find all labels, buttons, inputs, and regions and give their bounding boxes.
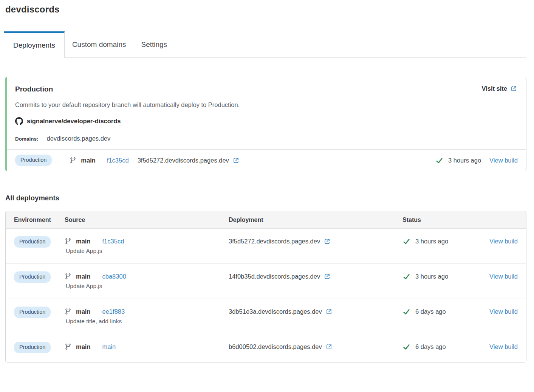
- pages-project-page: devdiscords Deployments Custom domains S…: [0, 4, 534, 363]
- view-build-link[interactable]: View build: [489, 273, 518, 280]
- deployment-url: 14f0b35d.devdiscords.pages.dev: [229, 273, 320, 280]
- table-row: Production main f1c35cd Update App.js 3f…: [6, 229, 526, 263]
- git-branch-icon: [70, 157, 76, 164]
- deployment-time: 3 hours ago: [415, 238, 448, 245]
- branch-name: main: [76, 273, 91, 280]
- deployment-url-link[interactable]: 3f5d5272.devdiscords.pages.dev: [138, 157, 239, 164]
- table-row: Production main ee1f883 Update title, ad…: [6, 299, 526, 334]
- git-branch-icon: [65, 238, 71, 245]
- domains-value: devdiscords.pages.dev: [47, 135, 111, 142]
- visit-site-label: Visit site: [481, 85, 507, 92]
- success-check-icon: [402, 343, 410, 351]
- success-check-icon: [402, 273, 410, 280]
- table-header-row: Environment Source Deployment Status: [6, 211, 526, 229]
- production-card: Production Visit site Commits to your de…: [5, 77, 526, 171]
- view-build-link[interactable]: View build: [489, 238, 518, 245]
- external-link-icon: [326, 308, 332, 315]
- deployment-time: 3 hours ago: [415, 273, 448, 280]
- environment-badge: Production: [15, 155, 52, 166]
- environment-badge: Production: [14, 236, 51, 248]
- branch-name: main: [81, 157, 96, 164]
- commit-message: Update title, add links: [65, 318, 229, 325]
- commit-link[interactable]: ee1f883: [102, 308, 125, 315]
- commit-link[interactable]: f1c35cd: [102, 238, 124, 245]
- tab-custom-domains[interactable]: Custom domains: [65, 31, 134, 57]
- github-repo-link[interactable]: signalnerve/developer-discords: [15, 117, 121, 125]
- view-build-link[interactable]: View build: [489, 308, 518, 315]
- table-row: Production main cba8300 Update App.js 14…: [6, 263, 526, 299]
- commit-link[interactable]: main: [102, 343, 116, 350]
- deployment-url-link[interactable]: 3db51e3a.devdiscords.pages.dev: [229, 308, 332, 315]
- page-title: devdiscords: [5, 4, 526, 15]
- deployment-url: b6d00502.devdiscords.pages.dev: [229, 343, 322, 350]
- commit-message: Update App.js: [65, 283, 229, 290]
- success-check-icon: [402, 237, 410, 245]
- view-build-link[interactable]: View build: [489, 343, 518, 350]
- environment-badge: Production: [14, 307, 51, 318]
- commit-link[interactable]: cba8300: [102, 273, 126, 280]
- production-card-title: Production: [15, 85, 53, 93]
- deployment-url: 3db51e3a.devdiscords.pages.dev: [229, 308, 322, 315]
- git-branch-icon: [65, 273, 71, 280]
- external-link-icon: [324, 238, 330, 245]
- success-check-icon: [435, 156, 443, 164]
- column-header-source: Source: [65, 217, 229, 223]
- production-deployment-row: Production main f1c35cd 3f5d5272.devdisc…: [7, 150, 526, 171]
- deployments-table: Environment Source Deployment Status Pro…: [5, 211, 526, 363]
- tab-bar: Deployments Custom domains Settings: [4, 31, 526, 58]
- branch-name: main: [76, 308, 91, 315]
- deployments-table-body: Production main f1c35cd Update App.js 3f…: [6, 229, 526, 362]
- branch-name: main: [76, 238, 91, 245]
- environment-badge: Production: [14, 342, 51, 353]
- tab-deployments[interactable]: Deployments: [4, 31, 65, 58]
- external-link-icon: [233, 157, 239, 164]
- branch-name: main: [76, 343, 91, 350]
- production-description: Commits to your default repository branc…: [15, 101, 517, 108]
- deployment-url: 3f5d5272.devdiscords.pages.dev: [229, 238, 320, 245]
- domains-label: Domains:: [15, 136, 39, 142]
- git-branch-icon: [65, 343, 71, 350]
- external-link-icon: [326, 344, 332, 350]
- view-build-link[interactable]: View build: [489, 157, 518, 164]
- git-branch-icon: [65, 308, 71, 315]
- visit-site-link[interactable]: Visit site: [481, 85, 517, 92]
- commit-message: Update App.js: [65, 248, 229, 254]
- success-check-icon: [402, 308, 410, 316]
- table-row: Production main main b6d00502.devdiscord…: [6, 334, 526, 362]
- tab-settings[interactable]: Settings: [133, 31, 175, 57]
- github-icon: [15, 117, 23, 125]
- environment-badge: Production: [14, 271, 51, 283]
- commit-link[interactable]: f1c35cd: [107, 157, 129, 164]
- column-header-status: Status: [402, 217, 485, 223]
- external-link-icon: [511, 85, 517, 92]
- column-header-deployment: Deployment: [229, 217, 402, 223]
- deployment-url-link[interactable]: 3f5d5272.devdiscords.pages.dev: [229, 238, 330, 245]
- repo-name: signalnerve/developer-discords: [27, 118, 121, 125]
- column-header-environment: Environment: [14, 217, 65, 223]
- deployment-time: 3 hours ago: [448, 157, 481, 164]
- deployment-time: 6 days ago: [415, 308, 446, 315]
- deployment-url-link[interactable]: 14f0b35d.devdiscords.pages.dev: [229, 273, 330, 280]
- all-deployments-title: All deployments: [5, 194, 526, 202]
- deployment-url-link[interactable]: b6d00502.devdiscords.pages.dev: [229, 343, 332, 350]
- external-link-icon: [324, 273, 330, 280]
- deployment-url: 3f5d5272.devdiscords.pages.dev: [138, 157, 229, 164]
- deployment-time: 6 days ago: [415, 343, 446, 350]
